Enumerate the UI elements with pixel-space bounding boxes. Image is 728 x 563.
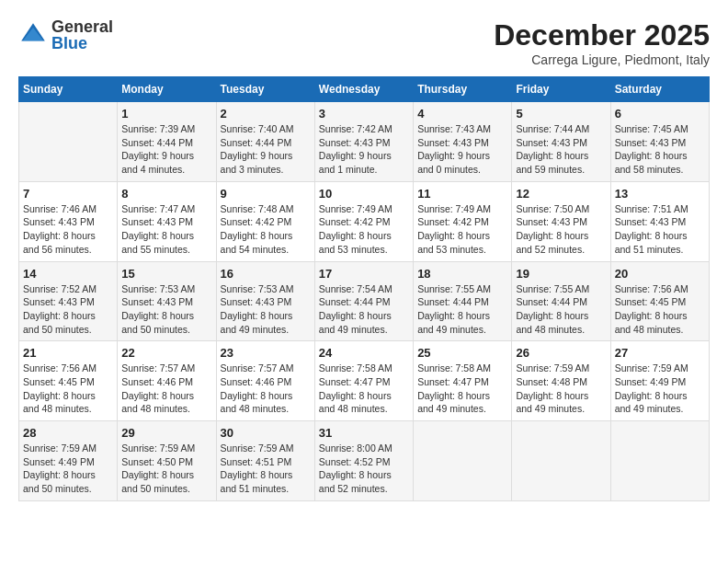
header-tuesday: Tuesday <box>216 77 314 102</box>
calendar-week-row: 1Sunrise: 7:39 AM Sunset: 4:44 PM Daylig… <box>19 102 710 182</box>
calendar-cell: 28Sunrise: 7:59 AM Sunset: 4:49 PM Dayli… <box>19 421 118 501</box>
logo: General Blue <box>18 18 113 52</box>
day-number: 31 <box>319 426 409 440</box>
calendar-header-row: SundayMondayTuesdayWednesdayThursdayFrid… <box>19 77 710 102</box>
calendar-cell: 25Sunrise: 7:58 AM Sunset: 4:47 PM Dayli… <box>414 341 512 421</box>
calendar-cell: 18Sunrise: 7:55 AM Sunset: 4:44 PM Dayli… <box>414 261 512 341</box>
day-number: 3 <box>319 107 409 121</box>
logo-line1: General <box>51 18 113 35</box>
day-info: Sunrise: 7:59 AM Sunset: 4:49 PM Dayligh… <box>615 362 705 416</box>
header-thursday: Thursday <box>414 77 512 102</box>
day-info: Sunrise: 7:58 AM Sunset: 4:47 PM Dayligh… <box>417 362 507 416</box>
calendar-cell: 9Sunrise: 7:48 AM Sunset: 4:42 PM Daylig… <box>216 181 314 261</box>
day-info: Sunrise: 7:51 AM Sunset: 4:43 PM Dayligh… <box>615 202 705 257</box>
day-info: Sunrise: 7:53 AM Sunset: 4:43 PM Dayligh… <box>121 282 211 337</box>
header-wednesday: Wednesday <box>314 77 413 102</box>
day-number: 16 <box>221 267 311 281</box>
page-header: General Blue December 2025 Carrega Ligur… <box>18 18 710 67</box>
calendar-cell: 24Sunrise: 7:58 AM Sunset: 4:47 PM Dayli… <box>314 341 413 421</box>
day-number: 13 <box>615 187 705 201</box>
day-info: Sunrise: 7:50 AM Sunset: 4:43 PM Dayligh… <box>516 202 606 257</box>
calendar-cell <box>414 421 512 501</box>
day-number: 5 <box>516 107 606 121</box>
day-number: 23 <box>221 346 311 360</box>
day-number: 10 <box>319 187 409 201</box>
calendar-cell: 23Sunrise: 7:57 AM Sunset: 4:46 PM Dayli… <box>216 341 314 421</box>
calendar-week-row: 7Sunrise: 7:46 AM Sunset: 4:43 PM Daylig… <box>19 181 710 261</box>
day-number: 8 <box>121 187 211 201</box>
day-info: Sunrise: 7:54 AM Sunset: 4:44 PM Dayligh… <box>319 282 409 337</box>
header-sunday: Sunday <box>19 77 118 102</box>
day-number: 4 <box>417 107 507 121</box>
day-number: 20 <box>615 267 705 281</box>
day-info: Sunrise: 8:00 AM Sunset: 4:52 PM Dayligh… <box>319 442 409 496</box>
day-number: 28 <box>23 426 113 440</box>
location: Carrega Ligure, Piedmont, Italy <box>494 52 710 67</box>
day-info: Sunrise: 7:39 AM Sunset: 4:44 PM Dayligh… <box>121 122 211 177</box>
day-info: Sunrise: 7:59 AM Sunset: 4:50 PM Dayligh… <box>121 442 211 496</box>
day-number: 15 <box>121 267 211 281</box>
day-info: Sunrise: 7:46 AM Sunset: 4:43 PM Dayligh… <box>23 202 113 257</box>
day-number: 11 <box>417 187 507 201</box>
calendar-cell: 1Sunrise: 7:39 AM Sunset: 4:44 PM Daylig… <box>118 102 216 182</box>
calendar-week-row: 28Sunrise: 7:59 AM Sunset: 4:49 PM Dayli… <box>19 421 710 501</box>
calendar-cell: 29Sunrise: 7:59 AM Sunset: 4:50 PM Dayli… <box>118 421 216 501</box>
day-info: Sunrise: 7:47 AM Sunset: 4:43 PM Dayligh… <box>121 202 211 257</box>
day-info: Sunrise: 7:52 AM Sunset: 4:43 PM Dayligh… <box>23 282 113 337</box>
logo-text: General Blue <box>51 18 113 52</box>
calendar-cell: 22Sunrise: 7:57 AM Sunset: 4:46 PM Dayli… <box>118 341 216 421</box>
calendar-week-row: 14Sunrise: 7:52 AM Sunset: 4:43 PM Dayli… <box>19 261 710 341</box>
day-number: 19 <box>516 267 606 281</box>
month-title: December 2025 <box>494 18 710 52</box>
day-info: Sunrise: 7:57 AM Sunset: 4:46 PM Dayligh… <box>121 362 211 416</box>
header-monday: Monday <box>118 77 216 102</box>
calendar-cell: 31Sunrise: 8:00 AM Sunset: 4:52 PM Dayli… <box>314 421 413 501</box>
calendar-cell: 30Sunrise: 7:59 AM Sunset: 4:51 PM Dayli… <box>216 421 314 501</box>
day-number: 12 <box>516 187 606 201</box>
calendar-cell <box>610 421 709 501</box>
day-info: Sunrise: 7:56 AM Sunset: 4:45 PM Dayligh… <box>615 282 705 337</box>
day-number: 14 <box>23 267 113 281</box>
day-info: Sunrise: 7:59 AM Sunset: 4:51 PM Dayligh… <box>221 442 311 496</box>
day-number: 7 <box>23 187 113 201</box>
calendar-cell: 21Sunrise: 7:56 AM Sunset: 4:45 PM Dayli… <box>19 341 118 421</box>
calendar-cell: 13Sunrise: 7:51 AM Sunset: 4:43 PM Dayli… <box>610 181 709 261</box>
calendar-cell: 27Sunrise: 7:59 AM Sunset: 4:49 PM Dayli… <box>610 341 709 421</box>
calendar-cell: 15Sunrise: 7:53 AM Sunset: 4:43 PM Dayli… <box>118 261 216 341</box>
day-number: 9 <box>221 187 311 201</box>
calendar-week-row: 21Sunrise: 7:56 AM Sunset: 4:45 PM Dayli… <box>19 341 710 421</box>
day-info: Sunrise: 7:56 AM Sunset: 4:45 PM Dayligh… <box>23 362 113 416</box>
calendar-cell: 8Sunrise: 7:47 AM Sunset: 4:43 PM Daylig… <box>118 181 216 261</box>
calendar-cell: 26Sunrise: 7:59 AM Sunset: 4:48 PM Dayli… <box>512 341 610 421</box>
day-info: Sunrise: 7:40 AM Sunset: 4:44 PM Dayligh… <box>221 122 311 177</box>
header-friday: Friday <box>512 77 610 102</box>
day-number: 6 <box>615 107 705 121</box>
calendar-cell: 20Sunrise: 7:56 AM Sunset: 4:45 PM Dayli… <box>610 261 709 341</box>
day-info: Sunrise: 7:55 AM Sunset: 4:44 PM Dayligh… <box>516 282 606 337</box>
day-info: Sunrise: 7:48 AM Sunset: 4:42 PM Dayligh… <box>221 202 311 257</box>
day-info: Sunrise: 7:49 AM Sunset: 4:42 PM Dayligh… <box>319 202 409 257</box>
calendar-cell: 16Sunrise: 7:53 AM Sunset: 4:43 PM Dayli… <box>216 261 314 341</box>
day-info: Sunrise: 7:43 AM Sunset: 4:43 PM Dayligh… <box>417 122 507 177</box>
calendar-cell: 6Sunrise: 7:45 AM Sunset: 4:43 PM Daylig… <box>610 102 709 182</box>
day-info: Sunrise: 7:49 AM Sunset: 4:42 PM Dayligh… <box>417 202 507 257</box>
logo-line2: Blue <box>51 35 113 52</box>
calendar-cell: 2Sunrise: 7:40 AM Sunset: 4:44 PM Daylig… <box>216 102 314 182</box>
day-number: 17 <box>319 267 409 281</box>
day-number: 30 <box>221 426 311 440</box>
day-number: 1 <box>121 107 211 121</box>
day-number: 29 <box>121 426 211 440</box>
logo-icon <box>18 20 48 50</box>
day-info: Sunrise: 7:58 AM Sunset: 4:47 PM Dayligh… <box>319 362 409 416</box>
calendar-table: SundayMondayTuesdayWednesdayThursdayFrid… <box>18 76 710 501</box>
day-number: 25 <box>417 346 507 360</box>
day-number: 2 <box>221 107 311 121</box>
day-info: Sunrise: 7:57 AM Sunset: 4:46 PM Dayligh… <box>221 362 311 416</box>
day-info: Sunrise: 7:59 AM Sunset: 4:48 PM Dayligh… <box>516 362 606 416</box>
calendar-cell: 19Sunrise: 7:55 AM Sunset: 4:44 PM Dayli… <box>512 261 610 341</box>
calendar-cell: 17Sunrise: 7:54 AM Sunset: 4:44 PM Dayli… <box>314 261 413 341</box>
day-info: Sunrise: 7:53 AM Sunset: 4:43 PM Dayligh… <box>221 282 311 337</box>
calendar-cell: 5Sunrise: 7:44 AM Sunset: 4:43 PM Daylig… <box>512 102 610 182</box>
calendar-cell: 7Sunrise: 7:46 AM Sunset: 4:43 PM Daylig… <box>19 181 118 261</box>
header-saturday: Saturday <box>610 77 709 102</box>
